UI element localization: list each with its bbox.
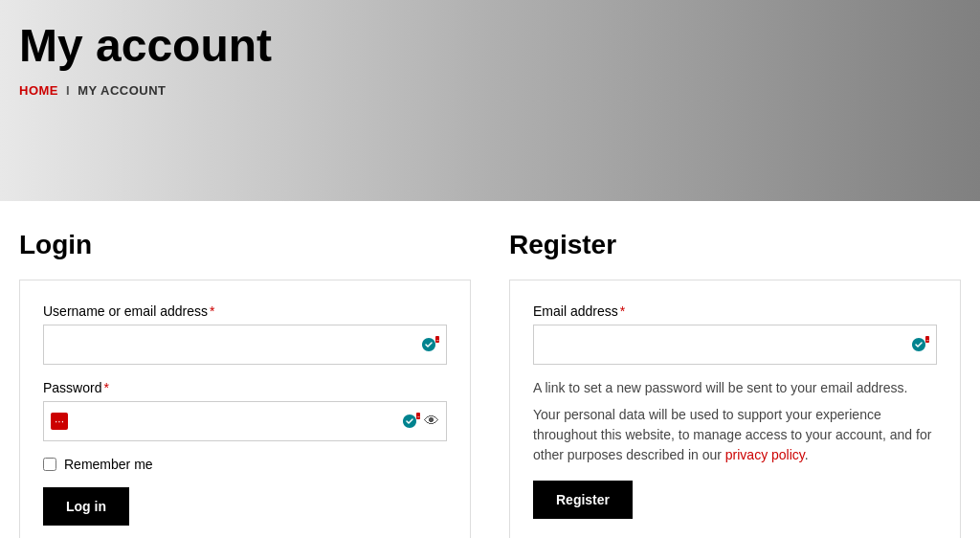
register-title: Register: [509, 230, 961, 260]
register-info-text: A link to set a new password will be sen…: [533, 380, 937, 395]
main-content: Login Username or email address* ···: [0, 201, 980, 538]
username-required-star: *: [210, 303, 214, 319]
username-input-wrapper: ···: [43, 325, 447, 365]
breadcrumb-separator: I: [66, 83, 70, 98]
password-prefix-badge: ···: [51, 413, 68, 430]
login-form-box: Username or email address* ···: [19, 280, 471, 538]
email-input-icons: ···: [908, 336, 929, 353]
register-button[interactable]: Register: [533, 481, 633, 519]
breadcrumb-current: MY ACCOUNT: [78, 83, 166, 98]
remember-checkbox[interactable]: [43, 458, 56, 471]
register-section: Register Email address* ···: [509, 230, 961, 538]
login-section: Login Username or email address* ···: [19, 230, 471, 538]
breadcrumb-home-link[interactable]: HOME: [19, 83, 58, 98]
breadcrumb: HOME I MY ACCOUNT: [19, 83, 961, 98]
password-input-icons: ··· 👁: [399, 413, 439, 430]
kaspersky-icon-email: ···: [908, 336, 929, 353]
kaspersky-icon-password: ···: [399, 413, 420, 430]
svg-text:···: ···: [436, 337, 440, 343]
username-input-icons: ···: [418, 336, 439, 353]
password-label: Password*: [43, 380, 447, 395]
password-input[interactable]: [43, 401, 447, 441]
login-button[interactable]: Log in: [43, 487, 129, 526]
email-required-star: *: [620, 303, 625, 319]
remember-label: Remember me: [64, 457, 153, 472]
remember-row: Remember me: [43, 457, 447, 472]
register-personal-text: Your personal data will be used to suppo…: [533, 405, 937, 465]
email-input[interactable]: [533, 325, 937, 365]
email-label: Email address*: [533, 303, 937, 319]
password-required-star: *: [103, 380, 108, 395]
hero-section: My account HOME I MY ACCOUNT: [0, 0, 980, 201]
password-toggle-eye-icon[interactable]: 👁: [424, 413, 439, 430]
username-input[interactable]: [43, 325, 447, 365]
email-input-wrapper: ···: [533, 325, 937, 365]
svg-text:···: ···: [926, 337, 930, 343]
login-title: Login: [19, 230, 471, 260]
password-input-wrapper: ··· ··· 👁: [43, 401, 447, 441]
privacy-policy-link[interactable]: privacy policy: [725, 447, 805, 462]
svg-text:···: ···: [417, 414, 421, 419]
register-form-box: Email address* ··· A link to set a new: [509, 280, 961, 538]
page-title: My account: [19, 19, 961, 72]
personal-data-text-2: .: [805, 447, 809, 462]
kaspersky-icon-username: ···: [418, 336, 439, 353]
username-label: Username or email address*: [43, 303, 447, 319]
